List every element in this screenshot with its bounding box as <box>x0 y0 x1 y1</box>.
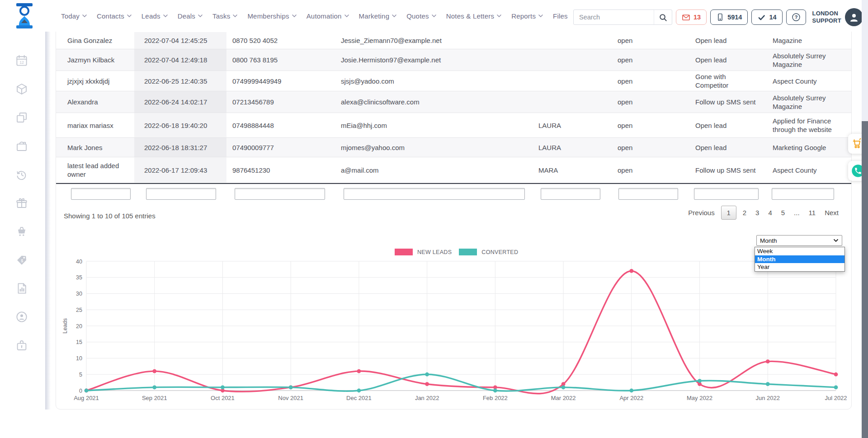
nav-label: Deals <box>178 12 195 20</box>
topbar-actions: 13 5914 14 ? LONDON SUPPORT <box>573 8 863 26</box>
filter-date[interactable] <box>146 188 216 200</box>
pagination-page-2[interactable]: 2 <box>738 206 751 220</box>
nav-item-deals[interactable]: Deals <box>178 12 203 20</box>
main-nav: TodayContactsLeadsDealsTasksMembershipsA… <box>61 0 568 32</box>
filter-owner[interactable] <box>541 188 600 200</box>
cell-lead_status: Gone with Competitor <box>686 71 764 91</box>
person-icon <box>848 11 860 23</box>
nav-item-marketing[interactable]: Marketing <box>359 12 397 20</box>
period-option-month[interactable]: Month <box>755 255 844 264</box>
filter-lead_status[interactable] <box>694 188 759 200</box>
app-logo[interactable] <box>13 3 36 29</box>
smartphone-icon <box>716 13 724 21</box>
scrollbar-thumb[interactable] <box>862 121 868 438</box>
nav-label: Automation <box>307 12 342 20</box>
table-row[interactable]: Mark Jones2022-06-18 18:31:2707490009777… <box>56 138 852 157</box>
search-icon[interactable] <box>654 10 672 24</box>
sidebar-item-support[interactable] <box>15 310 28 324</box>
pagination-page-1[interactable]: 1 <box>721 206 736 220</box>
svg-text:20: 20 <box>76 323 82 330</box>
nav-item-memberships[interactable]: Memberships <box>247 12 296 20</box>
cell-phone: 0870 520 4052 <box>226 32 335 49</box>
filter-source[interactable] <box>772 188 834 200</box>
cell-status: open <box>611 71 686 91</box>
topbar: TodayContactsLeadsDealsTasksMembershipsA… <box>0 0 868 32</box>
nav-item-automation[interactable]: Automation <box>307 12 349 20</box>
sidebar-item-calendar[interactable]: 12 <box>15 54 28 67</box>
filter-phone[interactable] <box>235 188 325 200</box>
svg-text:$: $ <box>21 259 23 263</box>
table-row[interactable]: Gina Gonzalez2022-07-04 12:45:250870 520… <box>56 32 852 49</box>
legend-label[interactable]: CONVERTED <box>481 249 518 255</box>
period-select[interactable]: Month <box>756 235 842 246</box>
sidebar-item-basket[interactable] <box>15 139 28 153</box>
sidebar-item-history[interactable] <box>15 168 28 181</box>
svg-text:10: 10 <box>76 355 82 362</box>
avatar[interactable] <box>845 8 863 26</box>
cell-name: jzjxjxj xkxkdjdj <box>56 71 134 91</box>
table-row[interactable]: mariax mariasx2022-06-18 19:40:200749888… <box>56 113 852 138</box>
sidebar-item-gift[interactable] <box>15 196 28 210</box>
cell-date: 2022-06-24 14:02:17 <box>134 91 226 113</box>
table-row[interactable]: Jazmyn Kilback2022-07-04 12:49:180800 76… <box>56 49 852 71</box>
sidebar-item-report[interactable] <box>15 282 28 295</box>
pagination-page-3[interactable]: 3 <box>751 206 764 220</box>
basket-icon <box>15 146 28 154</box>
nav-item-reports[interactable]: Reports <box>511 12 543 20</box>
svg-text:?: ? <box>794 14 797 20</box>
sidebar-divider <box>45 32 51 410</box>
phone-badge[interactable]: 5914 <box>710 9 748 25</box>
sidebar-item-package[interactable] <box>15 82 28 96</box>
mail-badge[interactable]: 13 <box>676 9 707 25</box>
period-option-week[interactable]: Week <box>755 247 844 255</box>
filter-status[interactable] <box>618 188 678 200</box>
pagination-page-4[interactable]: 4 <box>764 206 776 220</box>
chevron-down-icon <box>432 14 436 17</box>
chevron-down-icon <box>344 14 349 17</box>
cell-email: sjsjs@yadoo.com <box>335 71 532 91</box>
chevron-down-icon <box>82 14 87 17</box>
nav-item-notes-letters[interactable]: Notes & Letters <box>446 12 501 20</box>
legend-swatch-new-leads[interactable] <box>395 249 413 255</box>
nav-item-today[interactable]: Today <box>61 12 87 20</box>
pagination-next[interactable]: Next <box>820 206 843 220</box>
cell-lead_status: Open lead <box>686 32 764 49</box>
history-icon <box>15 175 28 183</box>
cell-owner: LAURA <box>532 138 611 157</box>
table-row[interactable]: jzjxjxj xkxkdjdj2022-06-25 12:40:3507499… <box>56 71 852 91</box>
legend-label[interactable]: NEW LEADS <box>417 249 452 255</box>
search-input[interactable] <box>574 14 654 21</box>
cell-lead_status: Follow up SMS sent <box>686 91 764 113</box>
filter-email[interactable] <box>344 188 525 200</box>
cell-status: open <box>611 49 686 71</box>
cell-date: 2022-06-18 19:40:20 <box>134 113 226 137</box>
table-row[interactable]: latest lead added owner2022-06-17 12:09:… <box>56 157 852 183</box>
period-option-year[interactable]: Year <box>755 263 844 271</box>
nav-label: Tasks <box>212 12 230 20</box>
legend-swatch-converted[interactable] <box>459 249 477 255</box>
pagination-page-11[interactable]: 11 <box>804 206 821 220</box>
nav-item-quotes[interactable]: Quotes <box>406 12 436 20</box>
sidebar-item-copy[interactable] <box>15 111 28 124</box>
sidebar-item-cart[interactable] <box>15 225 28 238</box>
filter-name[interactable] <box>71 188 131 200</box>
table-row[interactable]: Alexandra2022-06-24 14:02:1707213456789a… <box>56 91 852 113</box>
tasks-badge[interactable]: 14 <box>751 9 782 25</box>
nav-item-files[interactable]: Files <box>553 12 568 20</box>
pagination-previous[interactable]: Previous <box>684 206 719 220</box>
nav-item-contacts[interactable]: Contacts <box>97 12 132 20</box>
cell-lead_status: Open lead <box>686 138 764 157</box>
chevron-down-icon <box>833 239 839 242</box>
help-button[interactable]: ? <box>786 9 806 25</box>
sidebar-item-lock[interactable] <box>15 339 28 352</box>
nav-item-tasks[interactable]: Tasks <box>212 12 237 20</box>
sidebar-item-tag[interactable]: $ <box>15 253 28 267</box>
svg-text:Dec 2021: Dec 2021 <box>346 395 372 401</box>
chevron-down-icon <box>497 14 501 17</box>
tag-icon: $ <box>15 260 28 268</box>
cell-date: 2022-06-25 12:40:35 <box>134 71 226 91</box>
nav-item-leads[interactable]: Leads <box>142 12 168 20</box>
svg-text:40: 40 <box>76 259 82 265</box>
pagination-page-5[interactable]: 5 <box>777 206 789 220</box>
nav-label: Reports <box>511 12 536 20</box>
